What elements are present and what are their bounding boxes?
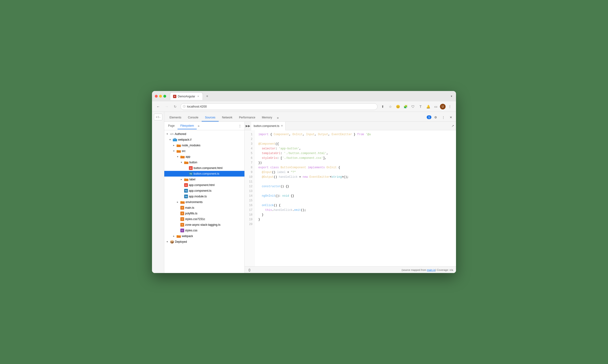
bookmark-icon[interactable]: ☆ [387,103,394,110]
folder-icon [177,234,181,238]
package-icon: 📦 [170,240,174,244]
zoom-minus[interactable]: - [160,116,160,118]
folder-icon [180,200,185,204]
minimize-button[interactable] [159,95,162,98]
source-link[interactable]: main.js [427,269,435,271]
dropdown-arrow-icon[interactable]: ▾ [450,94,453,99]
tree-app-ts[interactable]: TS app.component.ts [164,188,245,194]
tree-button-ts[interactable]: TS button.component.ts [164,171,245,177]
tree-src[interactable]: ▼ src [164,148,245,154]
tree-webpack[interactable]: ▼ webpack:// [164,137,245,143]
svg-rect-8 [180,156,182,156]
adblock-icon[interactable]: 🛡 [410,103,416,110]
editor-tab-close-icon[interactable]: ✕ [281,124,283,127]
close-button[interactable] [155,95,158,98]
tree-polyfills[interactable]: T polyfills.ts [164,211,245,216]
tree-app-html[interactable]: H app.component.html [164,182,245,188]
svg-rect-12 [184,179,186,179]
folder-icon [184,178,188,181]
tree-button-folder[interactable]: ▼ button [164,159,245,165]
zoom-plus[interactable]: + [156,116,157,118]
devtools-tabs: Elements Console Sources Network Perform… [164,112,456,122]
sidebar-toggle-icon[interactable]: ▭ [432,103,439,110]
profile-icon[interactable]: 😊 [395,103,401,110]
editor-expand-button[interactable]: ↗ [450,124,456,128]
spacer [177,229,180,232]
tree-button-html[interactable]: H button.component.html [164,165,245,171]
browser-tab[interactable]: A DemoAngular × [170,92,203,100]
sidebar-small: + 0 - [152,112,164,273]
devtools-more-icon[interactable]: ⋮ [440,114,447,120]
tab-memory[interactable]: Memory [259,114,275,121]
file-icon: TS [189,172,193,176]
file-tree: ▼ </> Authored ▼ webpac [164,130,245,273]
tree-authored[interactable]: ▼ </> Authored [164,131,245,137]
more-menu-button[interactable]: ⋮ [447,103,453,110]
close-devtools-button[interactable]: ✕ [448,114,454,120]
tree-node-modules[interactable]: ► node_modules [164,143,245,148]
tab-performance[interactable]: Performance [236,114,259,121]
tree-webpack-folder[interactable]: ► webpack [164,233,245,239]
tree-styles-css[interactable]: C styles.css [164,228,245,233]
tree-main-ts[interactable]: T main.ts [164,205,245,211]
format-button[interactable]: {} [247,268,252,272]
code-content: import { Component, OnInit, Input, Outpu… [255,130,456,266]
tab-elements[interactable]: Elements [166,114,185,121]
sources-tab-actions[interactable]: ⋮ [236,124,244,128]
forward-button[interactable]: → [163,103,170,110]
lock-icon: ⓘ [183,105,186,108]
tab-close-button[interactable]: × [196,95,200,98]
tab-console[interactable]: Console [185,114,202,121]
file-icon: TS [184,195,188,198]
reload-button[interactable]: ↻ [172,103,179,110]
notification-icon[interactable]: 🔔 [425,103,431,110]
translate-icon[interactable]: T [417,103,424,110]
tree-deployed[interactable]: ▼ 📦 Deployed [164,239,245,245]
tree-app[interactable]: ▼ app [164,154,245,159]
editor-tab-button[interactable]: button.component.ts ✕ [251,122,285,130]
spacer [185,172,189,175]
extensions-icon[interactable]: 🧩 [402,103,409,110]
maximize-button[interactable] [163,95,166,98]
tab-sources[interactable]: Sources [202,114,219,121]
arrow-icon: ▼ [169,139,173,141]
sources-sidebar: Page Filesystem » ⋮ ▼ </> [164,122,245,273]
tree-label-folder[interactable]: ► label [164,177,245,182]
tree-environments[interactable]: ► environments [164,199,245,205]
folder-icon [177,149,181,153]
svg-rect-16 [177,235,179,236]
code-area[interactable]: 1234567891011121314151617181920 import {… [245,130,456,266]
more-tabs-button[interactable]: » [275,114,280,121]
sources-more-tabs[interactable]: » [197,123,200,129]
tab-filesystem-button[interactable]: Filesystem [178,123,197,129]
tree-app-module[interactable]: TS app.module.ts [164,194,245,199]
address-bar[interactable]: ⓘ localhost:4200 [180,103,377,110]
window-controls: ▾ [450,94,453,99]
share-icon[interactable]: ⬆ [379,103,386,110]
browser-window: A DemoAngular × + ▾ ← → ↻ ⓘ localhost:42… [152,91,456,273]
zoom-controls[interactable]: + 0 - [154,114,162,120]
user-avatar[interactable]: U [440,104,446,109]
tree-zone-ts[interactable]: T zone-async-stack-tagging.ts [164,222,245,228]
tab-page-button[interactable]: Page [165,123,178,129]
url-text: localhost:4200 [187,105,207,108]
tab-network[interactable]: Network [219,114,236,121]
arrow-icon: ▼ [166,241,170,243]
tree-styles-css-query[interactable]: T styles.css?231c [164,216,245,222]
settings-icon[interactable]: ⚙ [432,114,439,120]
editor-sidebar-toggle[interactable]: ▶▶ [245,123,251,129]
spacer [180,184,184,186]
spacer [185,167,189,169]
spacer [177,218,180,220]
traffic-lights [155,95,166,98]
devtools-body: Page Filesystem » ⋮ ▼ </> [164,122,456,273]
file-icon: T [180,206,184,210]
new-tab-button[interactable]: + [204,93,210,100]
file-icon: T [180,223,184,227]
arrow-icon: ► [173,144,177,146]
title-bar: A DemoAngular × + ▾ [152,91,456,101]
cloud-folder-icon [173,138,177,141]
folder-icon [177,144,181,147]
svg-rect-14 [180,201,182,202]
back-button[interactable]: ← [155,103,161,110]
